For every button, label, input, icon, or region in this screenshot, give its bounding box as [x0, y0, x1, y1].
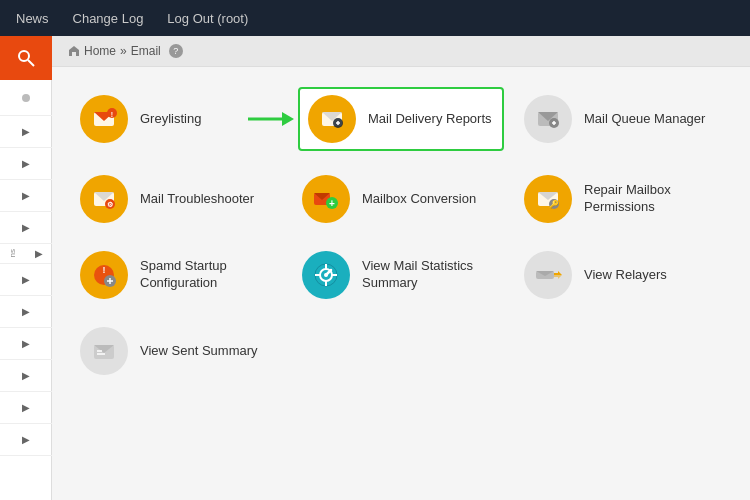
greylisting-label: Greylisting	[140, 111, 201, 128]
sidebar-arrow-10[interactable]: ▶	[0, 392, 52, 424]
mailbox-conversion-item[interactable]: + Mailbox Conversion	[298, 171, 504, 227]
breadcrumb-sep: »	[120, 44, 127, 58]
spamd-icon: !	[90, 261, 118, 289]
sidebar: ▶ ▶ ▶ ▶ ns ▶ ▶ ▶ ▶ ▶ ▶ ▶	[0, 36, 52, 500]
mailbox-conversion-label: Mailbox Conversion	[362, 191, 476, 208]
svg-text:🔑: 🔑	[549, 199, 559, 209]
sidebar-ns-label: ns	[8, 249, 17, 257]
grid-area: ! Greylisting	[52, 67, 750, 500]
sidebar-arrow-9[interactable]: ▶	[0, 360, 52, 392]
mail-delivery-icon	[318, 105, 346, 133]
svg-point-43	[324, 273, 328, 277]
sidebar-search-button[interactable]	[0, 36, 52, 80]
view-sent-label: View Sent Summary	[140, 343, 258, 360]
sidebar-arrow-3[interactable]: ▶	[0, 180, 52, 212]
mail-queue-icon-bg	[524, 95, 572, 143]
view-relayers-item[interactable]: View Relayers	[520, 247, 726, 303]
breadcrumb: Home » Email ?	[52, 36, 750, 67]
nav-logout[interactable]: Log Out (root)	[167, 11, 248, 26]
view-mail-stats-icon-bg	[302, 251, 350, 299]
highlight-arrow	[246, 105, 294, 133]
main-layout: ▶ ▶ ▶ ▶ ns ▶ ▶ ▶ ▶ ▶ ▶ ▶ Home » Email ?	[0, 36, 750, 500]
mail-queue-icon	[534, 105, 562, 133]
view-relayers-icon	[534, 261, 562, 289]
view-mail-stats-label: View Mail Statistics Summary	[362, 258, 500, 292]
view-sent-icon	[90, 337, 118, 365]
svg-point-0	[19, 51, 29, 61]
search-icon	[16, 48, 36, 68]
mail-queue-label: Mail Queue Manager	[584, 111, 705, 128]
svg-text:!: !	[111, 111, 113, 118]
svg-marker-8	[282, 112, 294, 126]
view-sent-item[interactable]: View Sent Summary	[76, 323, 282, 379]
spamd-startup-item[interactable]: ! Spamd Startup Configuration	[76, 247, 282, 303]
main-content: Home » Email ? ! Greyli	[52, 36, 750, 500]
repair-mailbox-icon-bg: 🔑	[524, 175, 572, 223]
sidebar-arrow-2[interactable]: ▶	[0, 148, 52, 180]
view-mail-stats-icon	[312, 261, 340, 289]
home-icon	[68, 45, 80, 57]
mail-delivery-reports-item[interactable]: Mail Delivery Reports	[298, 87, 504, 151]
mail-troubleshooter-label: Mail Troubleshooter	[140, 191, 254, 208]
sidebar-item-1[interactable]	[0, 80, 52, 116]
svg-marker-2	[69, 46, 79, 56]
svg-text:+: +	[329, 198, 335, 209]
nav-news[interactable]: News	[16, 11, 49, 26]
view-relayers-label: View Relayers	[584, 267, 667, 284]
mailbox-conversion-icon: +	[312, 185, 340, 213]
sidebar-arrow-11[interactable]: ▶	[0, 424, 52, 456]
repair-mailbox-label: Repair Mailbox Permissions	[584, 182, 722, 216]
sidebar-arrow-1[interactable]: ▶	[0, 116, 52, 148]
view-relayers-icon-bg	[524, 251, 572, 299]
nav-changelog[interactable]: Change Log	[73, 11, 144, 26]
mail-delivery-reports-label: Mail Delivery Reports	[368, 111, 492, 128]
svg-text:⚙: ⚙	[107, 201, 113, 208]
sidebar-arrow-8[interactable]: ▶	[0, 328, 52, 360]
mail-troubleshooter-item[interactable]: ⚙ Mail Troubleshooter	[76, 171, 282, 227]
spamd-label: Spamd Startup Configuration	[140, 258, 278, 292]
top-nav: News Change Log Log Out (root)	[0, 0, 750, 36]
mail-troubleshooter-icon: ⚙	[90, 185, 118, 213]
sidebar-arrow-7[interactable]: ▶	[0, 296, 52, 328]
feature-grid: ! Greylisting	[76, 87, 726, 379]
repair-mailbox-item[interactable]: 🔑 Repair Mailbox Permissions	[520, 171, 726, 227]
breadcrumb-home[interactable]: Home	[84, 44, 116, 58]
view-sent-icon-bg	[80, 327, 128, 375]
sidebar-arrow-4[interactable]: ▶	[0, 212, 52, 244]
mailbox-conversion-icon-bg: +	[302, 175, 350, 223]
greylisting-icon: !	[90, 105, 118, 133]
greylisting-icon-bg: !	[80, 95, 128, 143]
spamd-icon-bg: !	[80, 251, 128, 299]
svg-text:!: !	[103, 265, 106, 275]
sidebar-ns-arrow[interactable]: ▶	[35, 248, 43, 259]
svg-marker-46	[554, 271, 562, 275]
mail-troubleshooter-icon-bg: ⚙	[80, 175, 128, 223]
help-icon[interactable]: ?	[169, 44, 183, 58]
svg-line-1	[28, 60, 34, 66]
view-mail-stats-item[interactable]: View Mail Statistics Summary	[298, 247, 504, 303]
green-arrow-icon	[246, 105, 294, 133]
breadcrumb-current: Email	[131, 44, 161, 58]
mail-queue-manager-item[interactable]: Mail Queue Manager	[520, 87, 726, 151]
repair-mailbox-icon: 🔑	[534, 185, 562, 213]
mail-delivery-reports-icon-bg	[308, 95, 356, 143]
svg-marker-47	[554, 275, 562, 279]
sidebar-arrow-6[interactable]: ▶	[0, 264, 52, 296]
